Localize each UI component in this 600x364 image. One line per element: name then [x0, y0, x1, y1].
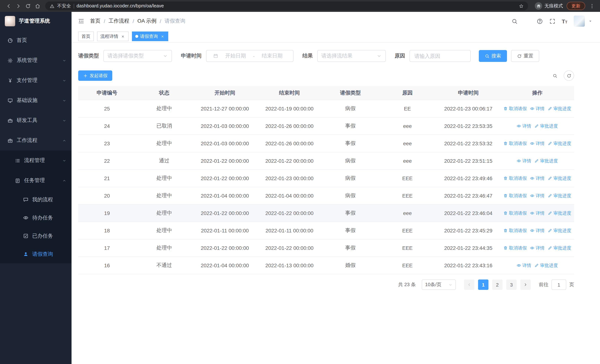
cell-reason: eee — [379, 140, 436, 146]
sidebar-item-devtools[interactable]: 研发工具 — [0, 111, 72, 131]
table-row: 25处理中2021-12-27 00:00:002022-01-19 00:00… — [78, 100, 574, 118]
leave-type-select[interactable]: 请选择请假类型 — [103, 50, 172, 62]
result-label: 结果 — [302, 53, 313, 59]
browser-forward-button[interactable] — [13, 1, 23, 11]
browser-menu-button[interactable] — [587, 1, 596, 10]
sidebar-item-my-process[interactable]: 我的流程 — [0, 191, 72, 209]
cell-type: 事假 — [322, 210, 379, 216]
action-progress[interactable]: 审批进度 — [548, 105, 571, 112]
sidebar-item-process-mgmt[interactable]: 流程管理 — [0, 150, 72, 170]
tab-leave-query[interactable]: 请假查询 — [132, 31, 168, 41]
github-icon[interactable] — [524, 18, 530, 24]
reload-icon — [25, 3, 31, 9]
fullscreen-icon[interactable] — [549, 18, 555, 24]
breadcrumb-item[interactable]: 工作流程 — [109, 18, 129, 24]
sidebar-item-task-mgmt[interactable]: 任务管理 — [0, 170, 72, 191]
sidebar-item-workflow[interactable]: 工作流程 — [0, 131, 72, 150]
action-progress[interactable]: 审批进度 — [548, 227, 571, 234]
action-label: 详情 — [536, 210, 544, 216]
action-detail[interactable]: 详情 — [530, 193, 544, 199]
action-cancel[interactable]: 取消请假 — [504, 210, 527, 216]
help-icon[interactable] — [536, 18, 543, 24]
goto-page-input[interactable] — [552, 280, 566, 290]
prev-page-button[interactable] — [464, 280, 474, 290]
action-progress[interactable]: 审批进度 — [534, 262, 558, 269]
action-detail[interactable]: 详情 — [530, 210, 544, 216]
search-icon[interactable] — [511, 18, 517, 24]
action-progress[interactable]: 审批进度 — [548, 245, 571, 251]
action-detail[interactable]: 详情 — [530, 140, 544, 147]
refresh-table-button[interactable] — [564, 70, 574, 81]
user-avatar[interactable] — [574, 16, 585, 27]
reason-input[interactable] — [410, 50, 471, 62]
browser-update-button[interactable]: 更新 — [567, 2, 585, 10]
sidebar-item-label: 系统管理 — [17, 57, 58, 64]
next-page-button[interactable] — [520, 280, 531, 290]
sidebar-item-todo-task[interactable]: 待办任务 — [0, 209, 72, 227]
search-icon — [552, 73, 557, 78]
action-progress[interactable]: 审批进度 — [548, 210, 571, 216]
sidebar-item-done-task[interactable]: 已办任务 — [0, 227, 72, 245]
tab-home[interactable]: 首页 — [78, 31, 94, 41]
action-detail[interactable]: 详情 — [517, 262, 531, 269]
reset-button-label: 重置 — [524, 53, 533, 59]
action-detail[interactable]: 详情 — [530, 227, 544, 234]
tab-process-detail[interactable]: 流程详情 — [97, 31, 129, 41]
sidebar-collapse-icon[interactable] — [78, 18, 84, 24]
action-progress[interactable]: 审批进度 — [548, 175, 571, 181]
address-bar[interactable]: 不安全 dashboard.yudao.iocoder.cn/bpm/oa/le… — [45, 1, 528, 10]
action-detail[interactable]: 详情 — [517, 158, 531, 164]
reset-button[interactable]: 重置 — [511, 50, 539, 62]
bookmark-star-icon[interactable] — [519, 3, 524, 8]
sidebar-item-home[interactable]: 首页 — [0, 30, 72, 50]
sidebar-item-payment[interactable]: 支付管理 — [0, 70, 72, 90]
page-button-2[interactable]: 2 — [492, 280, 503, 290]
trash-icon — [504, 176, 508, 180]
cell-id: 23 — [78, 140, 136, 146]
font-size-icon[interactable]: TT — [562, 18, 567, 24]
breadcrumb-item[interactable]: 首页 — [90, 18, 100, 24]
action-detail[interactable]: 详情 — [517, 123, 531, 129]
action-cancel[interactable]: 取消请假 — [504, 245, 527, 251]
action-cancel[interactable]: 取消请假 — [504, 175, 527, 181]
action-cancel[interactable]: 取消请假 — [504, 140, 527, 147]
action-cancel[interactable]: 取消请假 — [504, 105, 527, 112]
create-leave-button[interactable]: 发起请假 — [78, 70, 112, 81]
page-button-3[interactable]: 3 — [506, 280, 517, 290]
toggle-search-button[interactable] — [550, 70, 560, 81]
security-warning[interactable]: 不安全 — [57, 3, 71, 9]
table-row: 17处理中2022-01-22 00:00:002022-01-22 00:00… — [78, 239, 574, 257]
caret-down-icon[interactable] — [588, 19, 593, 23]
action-detail[interactable]: 详情 — [530, 245, 544, 251]
sidebar-item-system[interactable]: 系统管理 — [0, 50, 72, 70]
sidebar-item-leave-query[interactable]: 请假查询 — [0, 245, 72, 263]
page-size-select[interactable]: 10条/页 — [422, 280, 456, 290]
cell-type: 婚假 — [322, 262, 379, 269]
apply-time-label: 申请时间 — [181, 53, 202, 59]
browser-home-button[interactable] — [33, 1, 42, 11]
action-cancel[interactable]: 取消请假 — [504, 193, 527, 199]
sidebar-item-infra[interactable]: 基础设施 — [0, 90, 72, 111]
chat-icon — [23, 197, 28, 202]
url-text[interactable]: dashboard.yudao.iocoder.cn/bpm/oa/leave — [76, 3, 164, 9]
action-progress[interactable]: 审批进度 — [534, 158, 558, 164]
action-progress[interactable]: 审批进度 — [548, 193, 571, 199]
page-button-1[interactable]: 1 — [478, 280, 488, 290]
search-icon — [485, 54, 489, 58]
action-detail[interactable]: 详情 — [530, 105, 544, 112]
action-detail[interactable]: 详情 — [530, 175, 544, 181]
browser-reload-button[interactable] — [23, 1, 33, 11]
search-button[interactable]: 搜索 — [479, 50, 507, 62]
browser-back-button[interactable] — [4, 1, 13, 11]
result-select[interactable]: 请选择流结果 — [317, 50, 386, 62]
date-range-picker[interactable]: 开始日期 - 结束日期 — [206, 50, 293, 62]
action-progress[interactable]: 审批进度 — [534, 123, 558, 129]
cell-reason: eee — [379, 123, 436, 129]
action-label: 取消请假 — [509, 210, 527, 216]
action-cancel[interactable]: 取消请假 — [504, 227, 527, 234]
eye-icon — [517, 159, 521, 163]
cell-type: 病假 — [322, 105, 379, 112]
breadcrumb-item[interactable]: OA 示例 — [138, 18, 157, 24]
pagination: 共 23 条 10条/页 123 前往 页 — [78, 280, 574, 290]
action-progress[interactable]: 审批进度 — [548, 140, 571, 147]
